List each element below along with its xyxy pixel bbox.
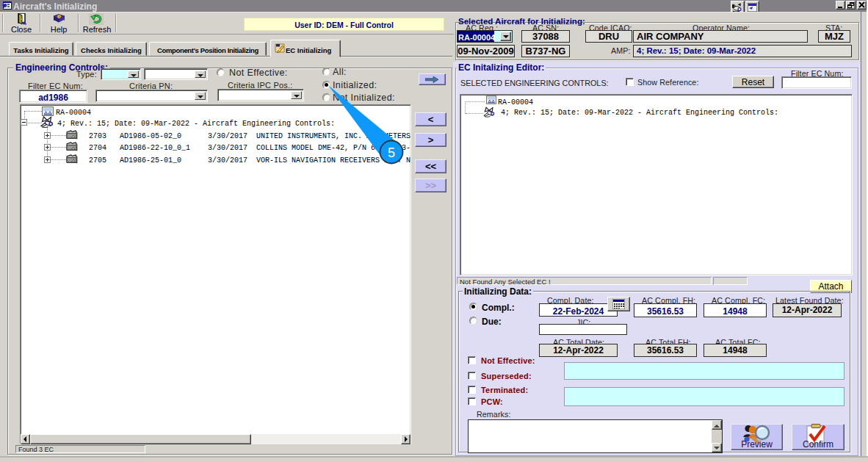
- svg-text:5: 5: [388, 145, 395, 160]
